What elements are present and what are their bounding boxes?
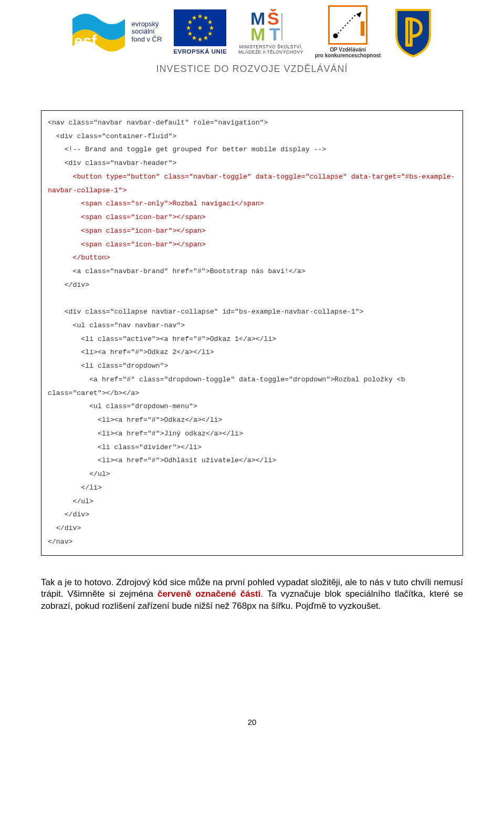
eu-logo: EVROPSKÁ UNIE <box>173 9 227 55</box>
code-line: <li><a href="#">Jiný odkaz</a></li> <box>48 430 243 438</box>
code-line: <div class="navbar-header"> <box>48 159 176 167</box>
code-line: <li><a href="#">Odkaz</a></li> <box>48 416 222 424</box>
code-line: <ul class="nav navbar-nav"> <box>48 321 185 329</box>
msmt-line2: MLÁDEŽE A TĚLOVÝCHOVY <box>238 49 303 55</box>
op-line2: pro konkurenceschopnost <box>315 53 381 58</box>
msmt-text: MINISTERSTVO ŠKOLSTVÍ, MLÁDEŽE A TĚLOVÝC… <box>238 44 303 55</box>
logos-row: esf evropský sociální fond v ČR <box>10 5 494 58</box>
eu-flag-icon <box>174 9 226 46</box>
code-line: </div> <box>48 281 89 289</box>
esf-line2: sociální <box>132 28 162 35</box>
op-text: OP Vzdělávání pro konkurenceschopnost <box>315 47 381 58</box>
eu-text: EVROPSKÁ UNIE <box>173 48 227 55</box>
code-line: <li><a href="#">Odkaz 2</a></li> <box>48 348 214 356</box>
code-line: <a href="#" class="dropdown-toggle" data… <box>48 376 410 397</box>
code-line: <div class="container-fluid"> <box>48 132 176 140</box>
svg-marker-9 <box>356 12 362 17</box>
svg-text:esf: esf <box>74 32 97 49</box>
code-line: </nav> <box>48 538 72 546</box>
op-logo: OP Vzdělávání pro konkurenceschopnost <box>315 5 381 58</box>
shield-icon <box>392 6 434 58</box>
code-line: </div> <box>48 511 89 518</box>
body-paragraph: Tak a je to hotovo. Zdrojový kód sice mů… <box>41 577 463 613</box>
code-line: </ul> <box>48 497 93 505</box>
op-line1: OP Vzdělávání <box>315 47 381 53</box>
code-line: <li class="dropdown"> <box>48 362 169 370</box>
code-box: <nav class="navbar navbar-default" role=… <box>41 110 463 556</box>
esf-logo: esf evropský sociální fond v ČR <box>70 8 162 56</box>
code-line: <li class="active"><a href="#">Odkaz 1</… <box>48 335 276 343</box>
code-line-highlight: <span class="icon-bar"></span> <box>48 241 206 248</box>
code-line: <nav class="navbar navbar-default" role=… <box>48 119 268 127</box>
msmt-logo: M Š M T MINISTERSTVO ŠKOLSTVÍ, MLÁDEŽE A… <box>238 9 303 55</box>
code-line: </ul> <box>48 470 110 478</box>
code-line: <a class="navbar-brand" href="#">Bootstr… <box>48 267 306 275</box>
esf-line1: evropský <box>132 20 162 28</box>
svg-text:T: T <box>269 24 280 43</box>
university-shield-logo <box>392 6 434 58</box>
esf-text: evropský sociální fond v ČR <box>132 20 162 43</box>
code-line-highlight: <button type="button" class="navbar-togg… <box>48 173 455 194</box>
code-line-highlight: <span class="icon-bar"></span> <box>48 213 206 221</box>
svg-text:M: M <box>250 24 265 43</box>
tagline: INVESTICE DO ROZVOJE VZDĚLÁVÁNÍ <box>156 64 348 75</box>
code-line: <ul class="dropdown-menu"> <box>48 402 197 410</box>
op-box-icon <box>328 5 368 45</box>
code-line: <li><a href="#">Odhlásit uživatele</a></… <box>48 456 276 464</box>
code-line-highlight: </button> <box>48 254 110 262</box>
code-line: </li> <box>48 484 102 492</box>
code-line-highlight: <span class="icon-bar"></span> <box>48 227 206 235</box>
code-line: <!-- Brand and toggle get grouped for be… <box>48 146 326 153</box>
esf-wave-icon: esf <box>70 8 128 56</box>
header-banner: esf evropský sociální fond v ČR <box>0 0 504 79</box>
msmt-icon: M Š M T <box>247 9 295 43</box>
svg-line-8 <box>335 14 356 36</box>
para-highlight: červeně označené části <box>158 589 261 599</box>
svg-point-10 <box>333 34 338 38</box>
page-body: <nav class="navbar navbar-default" role=… <box>0 79 504 612</box>
code-line: <li class="divider"></li> <box>48 443 202 451</box>
msmt-line1: MINISTERSTVO ŠKOLSTVÍ, <box>238 44 303 49</box>
esf-line3: fond v ČR <box>132 36 162 43</box>
code-line: </div> <box>48 524 81 532</box>
code-line-highlight: <span class="sr-only">Rozbal navigaci</s… <box>48 200 264 207</box>
page-number: 20 <box>0 718 504 742</box>
svg-rect-11 <box>361 22 364 36</box>
code-line: <div class="collapse navbar-collapse" id… <box>48 308 363 316</box>
